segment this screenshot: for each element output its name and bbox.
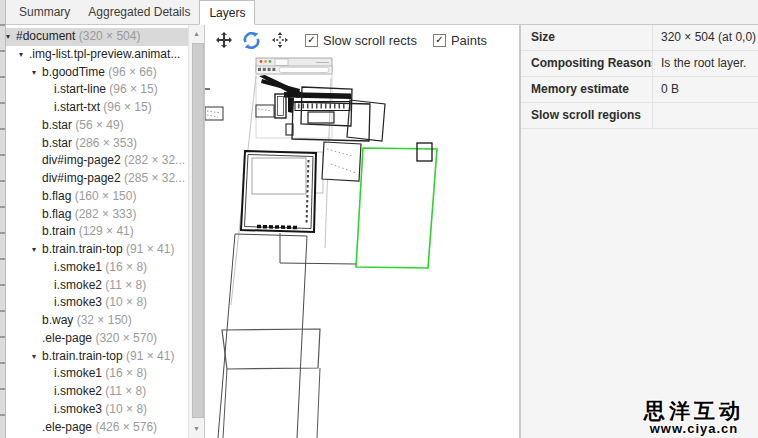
checkbox-icon[interactable]: ✓ (305, 34, 318, 47)
layer-tree-item[interactable]: i.start-line (96 × 15) (6, 81, 188, 99)
layer-dimensions: (282 × 333) (71, 207, 136, 221)
scroll-up-icon[interactable]: ▲ (189, 27, 204, 41)
detail-label: Slow scroll regions (521, 103, 653, 128)
checkbox-icon[interactable]: ✓ (433, 34, 446, 47)
layer-name: b.flag (42, 189, 71, 203)
layer-tree-item[interactable]: i.smoke2 (11 × 8) (6, 277, 188, 295)
layer-tree-item[interactable]: i.smoke2 (11 × 8) (6, 383, 188, 401)
expander-arrow-icon[interactable]: ▾ (19, 46, 23, 64)
flag-layer-group (241, 151, 323, 232)
rotate-mode-icon[interactable] (243, 32, 260, 49)
layer-tree-item[interactable]: b.flag (282 × 333) (6, 206, 188, 224)
layer-name: b.way (42, 313, 73, 327)
layer-dimensions: (11 × 8) (102, 278, 146, 292)
layer-dimensions: (285 × 32... (121, 171, 185, 185)
layer-tree-item[interactable]: ▾#document (320 × 504) (6, 28, 188, 46)
pan-mode-icon[interactable] (215, 32, 232, 49)
window-edge-gutter (0, 0, 6, 438)
layer-dimensions: (16 × 8) (102, 260, 147, 274)
layer-name: div#img-page2 (42, 171, 121, 185)
layer-tree-item[interactable]: b.star (56 × 49) (6, 117, 188, 135)
layer-tree-item[interactable]: ▾b.train.train-top (91 × 41) (6, 241, 188, 259)
checkbox-paints[interactable]: ✓Paints (433, 33, 487, 48)
detail-value (653, 103, 758, 128)
layer-dimensions: (160 × 150) (71, 189, 136, 203)
expander-arrow-icon[interactable]: ▾ (32, 348, 36, 366)
detail-label: Memory estimate (521, 77, 653, 102)
small-texture-layers (205, 88, 274, 120)
layer-dimensions: (426 × 576) (92, 420, 157, 434)
layer-dimensions: (96 × 15) (100, 100, 152, 114)
layer-name: .ele-page (42, 331, 92, 345)
layer-tree-item[interactable]: i.start-txt (96 × 15) (6, 99, 188, 117)
layer-name: i.smoke2 (54, 278, 102, 292)
layer-dimensions: (320 × 570) (92, 331, 157, 345)
layer-name: b.train.train-top (42, 349, 123, 363)
layer-dimensions: (286 × 353) (72, 136, 137, 150)
expander-arrow-icon[interactable]: ▾ (6, 28, 10, 46)
layer-dimensions: (91 × 41) (123, 349, 175, 363)
layer-name: b.train (42, 224, 75, 238)
layer-dimensions: (16 × 8) (102, 366, 147, 380)
watermark: 思洋互动 www.ciya.cn (644, 400, 744, 436)
layers-3d-canvas[interactable] (205, 55, 519, 438)
layers-wireframe-view[interactable] (205, 55, 519, 438)
layer-tree-panel: ▾#document (320 × 504)▾.img-list.tpl-pre… (6, 25, 205, 438)
layer-tree-item[interactable]: .ele-page (426 × 576) (6, 419, 188, 437)
drawer-tab-bar: SummaryAggregated DetailsLayers (0, 0, 758, 25)
expander-arrow-icon[interactable]: ▾ (32, 64, 36, 82)
tree-scrollbar[interactable]: ▲ ▼ (188, 25, 204, 438)
scrollbar-thumb[interactable] (192, 43, 204, 418)
tab-layers[interactable]: Layers (199, 0, 255, 25)
detail-label: Size (521, 25, 653, 50)
layer-tree-item[interactable]: b.flag (160 × 150) (6, 188, 188, 206)
layer-tree-item[interactable]: i.smoke1 (16 × 8) (6, 365, 188, 383)
layer-tree-item[interactable]: i.smoke3 (10 × 8) (6, 294, 188, 312)
detail-row: Slow scroll regions (521, 103, 758, 129)
detail-label: Compositing Reasons (521, 51, 653, 76)
layer-dimensions: (10 × 8) (102, 402, 147, 416)
expander-arrow-icon[interactable]: ▾ (32, 241, 36, 259)
checkbox-label: Paints (451, 33, 487, 48)
layer-name: i.smoke1 (54, 366, 102, 380)
layer-name: .img-list.tpl-preview.animat... (29, 47, 180, 61)
small-layer-outline (417, 143, 432, 161)
layer-dimensions: (11 × 8) (102, 384, 146, 398)
layer-name: b.goodTime (42, 65, 105, 79)
layer-name: #document (16, 29, 75, 43)
layer-tree-item[interactable]: b.way (32 × 150) (6, 312, 188, 330)
layer-name: .ele-page (42, 420, 92, 434)
layer-tree-item[interactable]: ▾b.train.train-top (91 × 41) (6, 348, 188, 366)
layer-tree-item[interactable]: ▾.img-list.tpl-preview.animat... (6, 46, 188, 64)
layer-tree-list: ▾#document (320 × 504)▾.img-list.tpl-pre… (6, 28, 188, 438)
detail-row: Memory estimate0 B (521, 77, 758, 103)
detail-row: Compositing ReasonsIs the root layer. (521, 51, 758, 77)
hovered-layer-outline[interactable] (356, 148, 437, 268)
detail-value: Is the root layer. (653, 51, 758, 76)
checkbox-slow-scroll-rects[interactable]: ✓Slow scroll rects (305, 33, 417, 48)
layer-tree-item[interactable]: b.star (286 × 353) (6, 135, 188, 153)
tab-aggregated-details[interactable]: Aggregated Details (79, 0, 199, 24)
layer-tree-item[interactable]: i.smoke3 (10 × 8) (6, 401, 188, 419)
scroll-down-icon[interactable]: ▼ (189, 422, 204, 436)
checkbox-label: Slow scroll rects (323, 33, 417, 48)
detail-value: 0 B (653, 77, 758, 102)
toolbar-checkboxes: ✓Slow scroll rects✓Paints (305, 33, 503, 48)
layer-name: i.smoke2 (54, 384, 102, 398)
layer-name: div#img-page2 (42, 153, 121, 167)
layer-dimensions: (96 × 66) (105, 65, 157, 79)
watermark-title: 思洋互动 (644, 400, 744, 422)
layer-dimensions: (282 × 32... (121, 153, 185, 167)
layer-tree-item[interactable]: .ele-page (320 × 570) (6, 330, 188, 348)
layer-tree-item[interactable]: div#img-page2 (285 × 32... (6, 170, 188, 188)
layer-tree-item[interactable]: div#img-page2 (282 × 32... (6, 152, 188, 170)
layer-tree-item[interactable]: ▾b.goodTime (96 × 66) (6, 64, 188, 82)
layer-dimensions: (10 × 8) (102, 295, 147, 309)
layer-tree-item[interactable]: i.smoke1 (16 × 8) (6, 259, 188, 277)
layer-tree-item[interactable]: b.train (129 × 41) (6, 223, 188, 241)
layer-dimensions: (96 × 15) (106, 82, 158, 96)
layer-name: b.train.train-top (42, 242, 123, 256)
layer-dimensions: (320 × 504) (75, 29, 140, 43)
reset-transform-icon[interactable] (271, 32, 288, 49)
tab-summary[interactable]: Summary (10, 0, 79, 24)
